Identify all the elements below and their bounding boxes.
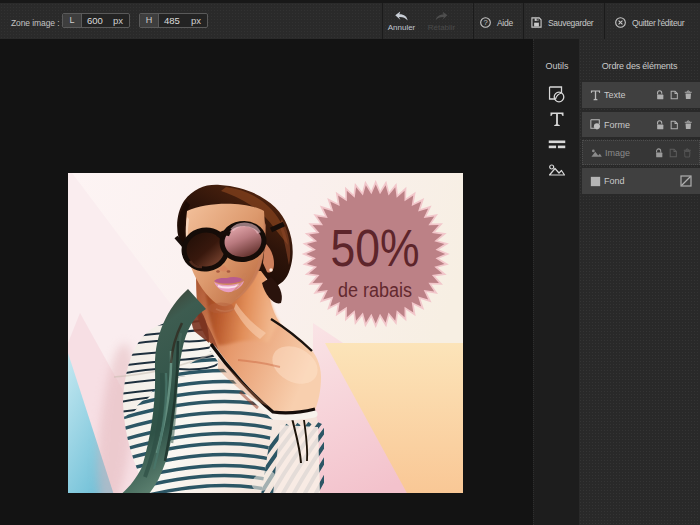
svg-text:?: ? — [484, 18, 488, 27]
svg-text:de rabais: de rabais — [338, 279, 412, 301]
svg-text:50%: 50% — [331, 220, 420, 277]
